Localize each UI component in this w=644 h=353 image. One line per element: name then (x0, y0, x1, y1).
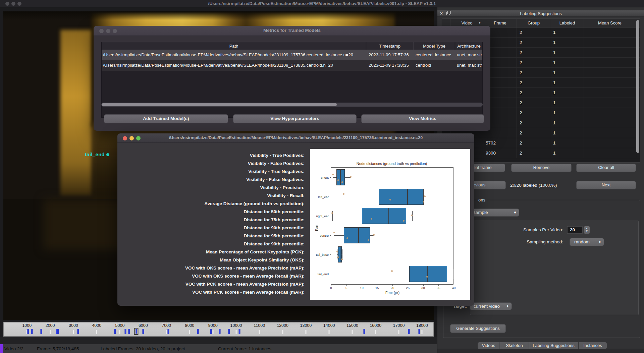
bottom-gap (0, 337, 437, 344)
models-column-header[interactable]: Architecture (455, 44, 483, 49)
status-bar: Video 2/2 Frame: 5,702/18,485 Labeled Fr… (0, 344, 437, 353)
timeline-tick-label: 13000 (300, 323, 312, 328)
vertical-scrollbar[interactable] (636, 20, 639, 153)
next-button[interactable]: Next (576, 181, 636, 189)
target-dropdown[interactable]: current video ▲▼ (470, 302, 512, 310)
timeline-tick-label: 1000 (22, 323, 32, 328)
generate-suggestions-button[interactable]: Generate Suggestions (450, 324, 506, 333)
view-metrics-button[interactable]: View Metrics (361, 114, 484, 123)
method-dropdown[interactable]: sample ▲▼ (468, 209, 519, 217)
models-column-header[interactable]: Timestamp (366, 44, 414, 49)
remove-button[interactable]: Remove (511, 164, 572, 172)
timeline-tick (119, 330, 120, 334)
labeled-frame-marker[interactable] (219, 329, 221, 334)
model-row[interactable]: /Users/nsirmpilatze/Data/PoseEstimation/… (102, 50, 482, 60)
x-tick-label: 0 (330, 286, 332, 290)
cell-path: /Users/nsirmpilatze/Data/PoseEstimation/… (103, 52, 365, 57)
labeled-frame-marker[interactable] (210, 329, 212, 334)
labeled-frame-marker[interactable] (31, 329, 33, 334)
sampling-method-dropdown[interactable]: random ▲▼ (570, 238, 604, 246)
dialog-titlebar[interactable]: Metrics for Trained Models (94, 26, 490, 36)
cell-divider (517, 148, 517, 158)
labeled-frame-marker[interactable] (419, 329, 420, 334)
sleap-app: /Users/nsirmpilatze/Data/PoseEstimation/… (0, 0, 644, 353)
tab-skeleton[interactable]: Skeleton (500, 342, 529, 349)
y-tick (330, 254, 331, 255)
metrics-window-titlebar[interactable]: /Users/nsirmpilatze/Data/PoseEstimation/… (117, 133, 474, 143)
suggestions-column-header[interactable]: Labeled (551, 20, 584, 25)
corner-accent (0, 344, 3, 353)
metric-label: Distance for 50th percentile: (244, 209, 305, 214)
horizontal-scrollbar[interactable] (101, 103, 483, 107)
median-line (388, 208, 389, 224)
x-tick-label: 30 (421, 286, 425, 290)
target-value: current video (474, 304, 500, 309)
metric-label: Average Distance (ground truth vs predic… (204, 201, 305, 206)
clear-all-button[interactable]: Clear all (576, 164, 636, 172)
cell-divider (517, 58, 517, 67)
labeled-frame-marker[interactable] (77, 329, 79, 334)
chevron-updown-icon: ▲▼ (505, 303, 510, 309)
category-label: tail_base (316, 253, 329, 256)
data-point (332, 174, 334, 175)
view-hyperparameters-button[interactable]: View Hyperparameters (233, 114, 357, 123)
labeled-frame-marker[interactable] (28, 329, 29, 334)
cell-divider (517, 88, 517, 98)
data-point (341, 258, 343, 260)
status-current-frame: Current frame: 1 instances (218, 346, 271, 351)
data-point (343, 193, 344, 195)
models-column-header[interactable]: Model Type (414, 44, 455, 49)
samples-per-video-stepper[interactable]: ▲▼ (584, 226, 590, 234)
timeline-tick-label: 16000 (370, 323, 381, 328)
chevron-down-icon[interactable]: ▼ (478, 21, 481, 24)
labeled-frame-marker[interactable] (143, 329, 144, 334)
cell-timestamp: 2023-11-09 17:57:36 (369, 52, 409, 57)
metric-label: Mean Percentage of Correct Keypoints (PC… (206, 249, 305, 254)
labeled-frame-marker[interactable] (128, 329, 130, 334)
metric-label: VOC with OKS scores - mean Average Preci… (185, 266, 305, 271)
x-tick (408, 284, 408, 286)
timeline-tick (422, 330, 423, 334)
labeled-frame-marker[interactable] (197, 329, 199, 334)
labeled-frame-marker[interactable] (57, 329, 59, 334)
labeled-frame-marker[interactable] (364, 329, 365, 334)
add-trained-models-button[interactable]: Add Trained Model(s) (104, 114, 228, 123)
seekbar-timeline[interactable]: 1000200030004000500060007000800090001000… (3, 322, 434, 337)
metric-label: Visibility - True Negatives: (248, 169, 305, 174)
cell-timestamp: 2023-11-09 17:38:35 (369, 63, 409, 68)
scrollbar-thumb[interactable] (102, 103, 337, 106)
window-titlebar: /Users/nsirmpilatze/Data/PoseEstimation/… (0, 0, 644, 7)
panel-bottom-strip (437, 349, 644, 353)
labeled-frame-marker[interactable] (408, 329, 410, 334)
suggestions-column-header[interactable]: Frame (484, 20, 517, 25)
tab-instances[interactable]: Instances (579, 342, 607, 349)
cell-labeled: 1 (553, 140, 556, 145)
tab-videos[interactable]: Videos (478, 342, 500, 349)
labeled-frame-marker[interactable] (228, 329, 230, 334)
timeline-tick (166, 330, 167, 334)
sampling-form-box (470, 221, 639, 315)
samples-per-video-field[interactable]: 20 (567, 226, 583, 234)
labeled-frame-marker[interactable] (114, 329, 116, 334)
models-column-header[interactable]: Path (102, 44, 366, 49)
labeled-frame-marker[interactable] (40, 329, 42, 334)
suggestions-column-header[interactable]: Group (517, 20, 551, 25)
current-frame-marker[interactable] (134, 328, 139, 335)
cell-group: 2 (520, 140, 522, 145)
data-point (426, 276, 428, 278)
model-row[interactable]: /Users/nsirmpilatze/Data/PoseEstimation/… (102, 60, 482, 71)
x-tick (392, 284, 393, 286)
node-label-tail-end[interactable]: tail_end (85, 152, 109, 157)
metric-label: Mean Object Keypoint Similarity (OKS): (220, 257, 305, 262)
data-point (350, 176, 352, 178)
tab-labeling-suggestions[interactable]: Labeling Suggestions (529, 342, 578, 349)
suggestions-column-header[interactable]: Mean Score (584, 20, 636, 25)
timeline-tick (96, 330, 97, 334)
labeled-frame-marker[interactable] (168, 329, 169, 334)
metric-label: VOC with PCK scores - mean Average Recal… (192, 290, 305, 295)
data-point (373, 234, 375, 236)
data-point (346, 237, 348, 239)
labeled-frame-marker[interactable] (239, 329, 240, 334)
metrics-window-title: /Users/nsirmpilatze/Data/PoseEstimation/… (117, 135, 474, 140)
labeled-frame-marker[interactable] (125, 329, 126, 334)
